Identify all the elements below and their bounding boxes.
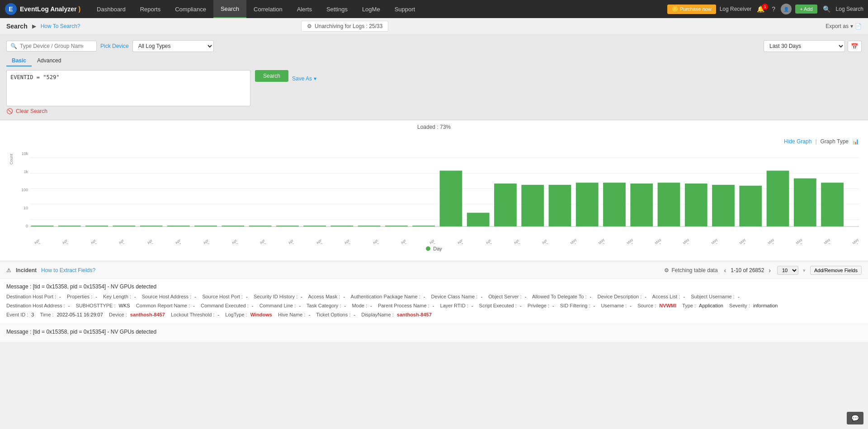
search-icon: 🔍 [10, 43, 17, 49]
field-device-value: santhosh-8457 [130, 312, 165, 317]
field-layer-rtid-label: Layer RTID : [437, 303, 469, 308]
search-nav-icon[interactable]: 🔍 [821, 4, 832, 14]
chart-container: Count 10k 1k 100 10 0 [9, 149, 859, 244]
log-row-2: Message : [tid = 0x15358, pid = 0x15354]… [0, 324, 868, 343]
table-header: ⚠ Incident How to Extract Fields? ⚙ Fetc… [0, 262, 868, 279]
export-icon: 📄 [855, 23, 862, 29]
log-search-button[interactable]: Log Search [836, 6, 863, 12]
prev-page-button[interactable]: ‹ [722, 267, 728, 274]
incident-icon: ⚠ [6, 267, 11, 273]
field-source-value: NVWMI [659, 303, 676, 308]
field-time-label: Time : [38, 312, 55, 317]
nav-dashboard[interactable]: Dashboard [90, 0, 133, 18]
nav-support[interactable]: Support [387, 0, 423, 18]
svg-rect-10 [85, 226, 108, 226]
add-remove-fields-button[interactable]: Add/Remove Fields [810, 266, 862, 275]
coin-icon: 🪙 [672, 6, 678, 12]
purchase-button[interactable]: 🪙 Purchase now [667, 5, 716, 14]
field-hive-label: Hive Name : [275, 312, 307, 317]
nav-search[interactable]: Search [213, 0, 246, 18]
svg-rect-31 [658, 183, 680, 226]
date-range-container: Last 30 Days 📅 [764, 40, 862, 52]
field-access-mask-value: - [343, 294, 345, 299]
field-event-id-label: Event ID : [6, 312, 29, 317]
tab-basic[interactable]: Basic [6, 56, 32, 66]
field-lockout-label: Lockout Threshold : [168, 312, 216, 317]
nav-logme[interactable]: LogMe [355, 0, 387, 18]
calendar-button[interactable]: 📅 [848, 41, 862, 52]
nav-settings[interactable]: Settings [319, 0, 355, 18]
svg-rect-30 [630, 184, 653, 226]
x-label-apr22: Apr 22 [316, 236, 328, 244]
svg-text:E: E [9, 5, 13, 13]
graph-type-label: Graph Type [821, 138, 849, 145]
y-axis-ticks: 10k 1k 100 10 0 [15, 149, 30, 231]
y-tick-1k: 1k [15, 170, 28, 174]
help-icon[interactable]: ? [770, 4, 777, 14]
unarchiving-status: ⚙ Unarchiving for Logs : 25/33 [301, 21, 388, 32]
field-key-length-value: - [134, 294, 136, 299]
field-device-desc-label: Device Description : [594, 294, 643, 299]
field-common-report-label: Common Report Name : [133, 303, 191, 308]
query-container: EVENTID = "529" Search Save As ▾ [6, 70, 862, 106]
svg-rect-35 [767, 171, 789, 227]
search-button[interactable]: Search [255, 70, 288, 82]
date-range-select[interactable]: Last 30 Days [764, 40, 845, 52]
svg-rect-17 [276, 226, 299, 226]
field-mode-value: - [370, 303, 372, 308]
bar-chart [30, 149, 859, 235]
x-label-may01: May 01 [570, 236, 582, 244]
x-label-may10: May 10 [823, 236, 835, 244]
field-parent-process-value: - [433, 303, 434, 308]
loaded-text: Loaded : 73% [417, 124, 451, 130]
field-sid-filtering-value: - [594, 303, 595, 308]
per-page-arrow: ▾ [803, 268, 806, 273]
field-logtype-label: LogType : [222, 312, 248, 317]
svg-rect-20 [358, 226, 381, 226]
field-dest-host-addr-label: Destination Host Address : [6, 303, 66, 308]
field-sid-filtering-label: SID Filtering : [557, 303, 592, 308]
log-receiver-link[interactable]: Log Receiver [720, 6, 752, 12]
svg-rect-18 [303, 226, 326, 226]
how-to-search-link[interactable]: How To Search? [41, 23, 80, 29]
add-button[interactable]: + Add [795, 5, 817, 14]
nav-alerts[interactable]: Alerts [290, 0, 319, 18]
device-search-input[interactable] [20, 43, 83, 49]
clear-search-button[interactable]: 🚫 Clear Search [6, 108, 862, 114]
y-tick-10k: 10k [15, 151, 28, 156]
graph-type-icon[interactable]: 📊 [852, 138, 859, 145]
nav-items: Dashboard Reports Compliance Search Corr… [90, 0, 667, 18]
export-button[interactable]: Export as ▾ 📄 [826, 23, 862, 29]
fetching-label: ⚙ Fetching table data [664, 267, 718, 273]
chevron-down-icon: ▾ [850, 23, 853, 29]
nav-reports[interactable]: Reports [133, 0, 168, 18]
x-label-apr24: Apr 24 [372, 236, 384, 244]
x-label-apr14: Apr 14 [90, 236, 102, 244]
nav-compliance[interactable]: Compliance [168, 0, 213, 18]
query-input[interactable]: EVENTID = "529" [6, 70, 250, 106]
x-label-may09: May 09 [795, 236, 807, 244]
svg-rect-29 [603, 183, 626, 226]
user-avatar[interactable]: 👤 [781, 4, 792, 14]
clear-icon: 🚫 [6, 108, 13, 114]
divider: | [815, 138, 816, 145]
nav-correlation[interactable]: Correlation [246, 0, 290, 18]
svg-rect-15 [222, 226, 244, 226]
notification-badge: 1 [762, 4, 768, 10]
pick-device-link[interactable]: Pick Device [100, 43, 129, 49]
extract-fields-link[interactable]: How to Extract Fields? [41, 267, 95, 273]
log-type-select[interactable]: All Log Types [132, 40, 214, 52]
per-page-select[interactable]: 10 [777, 266, 798, 275]
play-icon[interactable]: ▶ [32, 23, 36, 29]
field-parent-process-label: Parent Process Name : [375, 303, 431, 308]
svg-rect-9 [58, 226, 81, 226]
field-access-list-label: Access List : [650, 294, 681, 299]
hide-graph-link[interactable]: Hide Graph [784, 138, 811, 145]
next-page-button[interactable]: › [767, 267, 773, 274]
page-title: Search [6, 23, 28, 30]
save-as-button[interactable]: Save As ▾ [292, 75, 316, 82]
tab-advanced[interactable]: Advanced [32, 56, 66, 66]
field-command-line-value: - [299, 303, 301, 308]
loaded-bar: Loaded : 73% [0, 120, 868, 134]
svg-rect-8 [31, 226, 54, 226]
